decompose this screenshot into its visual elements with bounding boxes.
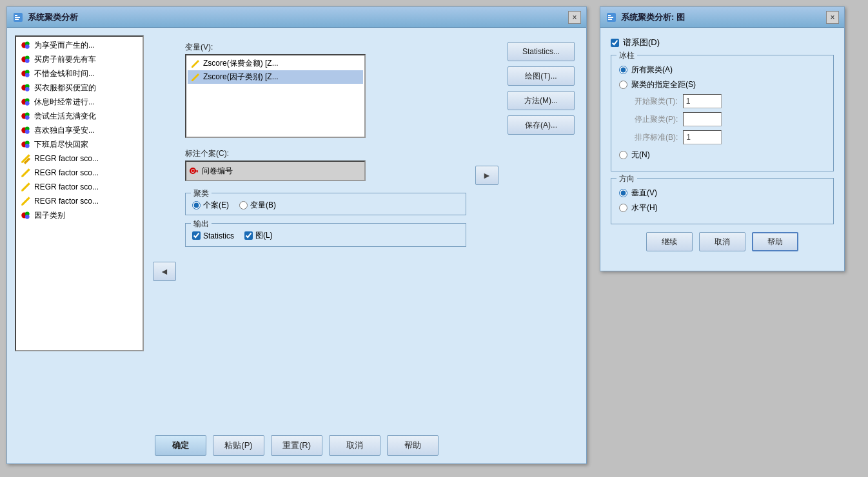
svg-point-9 [25, 59, 30, 63]
icicle-none-radio[interactable] [619, 151, 627, 159]
list-item[interactable]: 因子类别 [17, 208, 141, 222]
icicle-none-label: 无(N) [631, 150, 650, 161]
icicle-none-option[interactable]: 无(N) [619, 150, 825, 161]
ok-label: 确定 [172, 440, 189, 451]
list-item-label: 尝试生活充满变化 [34, 111, 96, 122]
list-item-label: 买衣服都买便宜的 [34, 83, 96, 93]
list-item[interactable]: 不惜金钱和时间... [17, 66, 141, 81]
icicle-all-radio[interactable] [619, 66, 627, 74]
ok-button[interactable]: 确定 [155, 435, 206, 456]
cancel-button[interactable]: 取消 [329, 435, 380, 456]
reset-button[interactable]: 重置(R) [271, 435, 322, 456]
sort-criterion-input[interactable] [683, 130, 722, 144]
list-item[interactable]: 尝试生活充满变化 [17, 109, 141, 123]
statistics-checkbox-item[interactable]: Statistics [192, 230, 234, 241]
icicle-range-option[interactable]: 聚类的指定全距(S) [619, 79, 825, 90]
pencil-icon [190, 72, 201, 83]
second-help-button[interactable]: 帮助 [752, 232, 798, 251]
second-dialog-body: 谱系图(D) 冰柱 所有聚类(A) 聚类的指定全距(S) 开始聚类(T): 停止… [600, 28, 844, 260]
second-cancel-label: 取消 [715, 237, 730, 248]
svg-rect-41 [197, 171, 198, 173]
direction-group-title: 方向 [616, 173, 637, 184]
cluster-variable-radio[interactable] [239, 201, 248, 209]
list-item[interactable]: REGR factor sco... [17, 151, 141, 166]
icicle-group: 冰柱 所有聚类(A) 聚类的指定全距(S) 开始聚类(T): 停止聚类(P): … [611, 55, 834, 171]
output-group: 输出 Statistics 图(L) [185, 223, 466, 247]
direction-vertical-radio[interactable] [619, 189, 627, 197]
svg-rect-44 [608, 17, 613, 18]
second-close-button[interactable]: × [826, 11, 839, 24]
pencil-icon [20, 181, 32, 193]
direction-horizontal-radio[interactable] [619, 204, 627, 212]
source-variable-list[interactable]: 为享受而产生的... 买房子前要先有车 不惜金钱和时间... [15, 35, 144, 351]
variable-item[interactable]: Zscore(保费金额) [Z... [188, 57, 363, 70]
plots-checkbox-item[interactable]: 图(L) [244, 230, 273, 241]
list-item[interactable]: 喜欢独自享受安... [17, 123, 141, 137]
statistics-button[interactable]: Statistics... [508, 42, 575, 61]
move-to-label-button[interactable]: ► [475, 166, 498, 185]
label-cases-row: 标注个案(C): 问卷编号 [185, 148, 466, 181]
stop-cluster-row: 停止聚类(P): [619, 112, 825, 126]
svg-marker-30 [21, 168, 30, 177]
list-item[interactable]: 买房子前要先有车 [17, 52, 141, 66]
pencil-icon [20, 167, 32, 179]
icicle-range-label: 聚类的指定全距(S) [631, 79, 696, 90]
dendrogram-label: 谱系图(D) [623, 37, 660, 48]
variables-label: 变量(V): [185, 42, 466, 53]
method-button[interactable]: 方法(M)... [508, 91, 575, 110]
start-cluster-label: 开始聚类(T): [635, 96, 678, 107]
cluster-case-radio[interactable] [192, 201, 201, 209]
main-close-button[interactable]: × [568, 11, 581, 24]
help-label: 帮助 [404, 440, 421, 451]
plots-button[interactable]: 绘图(T)... [508, 66, 575, 86]
svg-marker-32 [21, 197, 30, 206]
dendrogram-checkbox[interactable] [611, 39, 619, 47]
ball-icon [20, 124, 32, 136]
selected-variables-list[interactable]: Zscore(保费金额) [Z... Zscore(因子类别) [Z... [185, 54, 366, 138]
start-cluster-row: 开始聚类(T): [619, 94, 825, 108]
ball-icon [20, 209, 32, 221]
list-item-label: 买房子前要先有车 [34, 54, 96, 65]
paste-button[interactable]: 粘贴(P) [213, 435, 264, 456]
output-group-title: 输出 [191, 219, 212, 229]
cluster-variable-option[interactable]: 变量(B) [239, 200, 276, 211]
continue-button[interactable]: 继续 [646, 232, 693, 251]
svg-marker-31 [21, 182, 30, 191]
cluster-case-option[interactable]: 个案(E) [192, 200, 229, 211]
label-case-input[interactable]: 问卷编号 [185, 161, 366, 181]
cluster-case-label: 个案(E) [203, 200, 229, 211]
list-item-label: REGR factor sco... [34, 197, 99, 206]
statistics-label: Statistics [203, 231, 234, 240]
list-item[interactable]: REGR factor sco... [17, 166, 141, 180]
list-item-label: 为享受而产生的... [34, 40, 95, 51]
move-to-variables-button[interactable]: ◄ [153, 262, 176, 281]
icicle-all-option[interactable]: 所有聚类(A) [619, 64, 825, 75]
list-item[interactable]: REGR factor sco... [17, 180, 141, 194]
list-item[interactable]: REGR factor sco... [17, 194, 141, 208]
stop-cluster-input[interactable] [683, 112, 722, 126]
pencil-icon [20, 153, 32, 164]
main-dialog-title: 系统聚类分析 [28, 12, 568, 23]
label-case-text: 问卷编号 [202, 166, 233, 177]
stop-cluster-label: 停止聚类(P): [635, 114, 678, 125]
statistics-checkbox[interactable] [192, 231, 201, 240]
list-item[interactable]: 休息时经常进行... [17, 95, 141, 109]
continue-label: 继续 [662, 237, 677, 248]
plots-checkbox[interactable] [244, 231, 253, 240]
save-button[interactable]: 保存(A)... [508, 115, 575, 135]
start-cluster-input[interactable] [683, 94, 722, 108]
list-item-label: 因子类别 [34, 210, 65, 221]
help-button[interactable]: 帮助 [387, 435, 439, 456]
icicle-range-radio[interactable] [619, 81, 627, 89]
list-item[interactable]: 买衣服都买便宜的 [17, 81, 141, 95]
sort-criterion-row: 排序标准(B): [619, 130, 825, 144]
paste-label: 粘贴(P) [224, 440, 252, 451]
ball-icon [20, 68, 32, 79]
direction-vertical-option[interactable]: 垂直(V) [619, 188, 825, 199]
list-item-label: 不惜金钱和时间... [34, 68, 95, 79]
direction-horizontal-option[interactable]: 水平(H) [619, 202, 825, 213]
variable-item-selected[interactable]: Zscore(因子类别) [Z... [188, 70, 363, 84]
list-item[interactable]: 为享受而产生的... [17, 38, 141, 52]
second-cancel-button[interactable]: 取消 [699, 232, 745, 251]
list-item[interactable]: 下班后尽快回家 [17, 137, 141, 151]
